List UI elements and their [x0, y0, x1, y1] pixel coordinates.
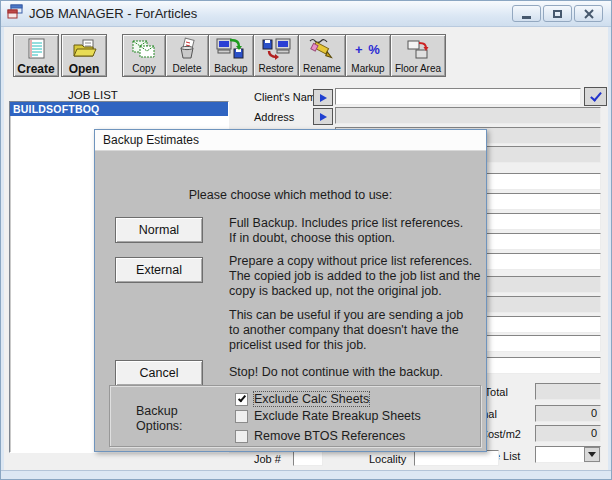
markup-button[interactable]: + % Markup [345, 34, 391, 77]
clients-name-label: Client's Name [254, 91, 322, 103]
checkbox-label: Exclude Rate Breakup Sheets [254, 409, 421, 423]
maximize-icon [553, 10, 562, 18]
backup-button[interactable]: Backup [208, 34, 254, 77]
backup-icon [209, 35, 253, 63]
checkbox-label: Remove BTOS References [254, 429, 405, 443]
copy-icon [123, 35, 165, 63]
restore-button[interactable]: Restore [253, 34, 299, 77]
locality-input[interactable] [414, 450, 499, 466]
cancel-button[interactable]: Cancel [115, 360, 203, 386]
confirm-button[interactable] [584, 87, 607, 106]
toolbar-button-label: Delete [173, 63, 202, 75]
window-left-border [1, 27, 4, 479]
backup-estimates-dialog: Backup Estimates Please choose which met… [94, 129, 487, 452]
exclude-calc-sheets-checkbox[interactable]: Exclude Calc Sheets [235, 392, 369, 406]
job-no-label: Job # [254, 453, 281, 465]
checkbox-icon[interactable] [235, 393, 248, 406]
normal-description: Full Backup. Includes price list referen… [229, 216, 481, 246]
dialog-titlebar: Backup Estimates [95, 130, 486, 151]
toolbar-button-label: Rename [303, 63, 341, 75]
external-description: Prepare a copy without price list refere… [229, 254, 481, 299]
rename-icon [299, 35, 345, 63]
chevron-down-icon [588, 452, 596, 457]
arrow-right-icon [320, 113, 327, 121]
delete-button[interactable]: Delete [165, 34, 209, 77]
app-icon [7, 4, 23, 23]
minimize-button[interactable] [512, 5, 541, 22]
address-input [335, 107, 601, 124]
window-right-border [608, 27, 611, 479]
check-icon [590, 89, 602, 101]
address-arrow-button[interactable] [313, 108, 333, 125]
job-total-field [535, 383, 601, 400]
list-item[interactable]: BUILDSOFTBOQ [10, 102, 228, 116]
create-button[interactable]: Create [13, 34, 59, 77]
toolbar-button-label: Backup [214, 63, 247, 75]
dialog-prompt: Please choose which method to use: [95, 188, 486, 202]
backup-options-group: Backup Options: Exclude Calc Sheets Excl… [109, 385, 481, 447]
toolbar-button-label: Copy [132, 63, 155, 75]
backup-options-label: Backup Options: [136, 404, 183, 434]
external-note: This can be useful if you are sending a … [229, 308, 481, 353]
exclude-rate-breakup-sheets-checkbox[interactable]: Exclude Rate Breakup Sheets [235, 409, 421, 423]
window-bottom-border [1, 470, 611, 479]
floor-area-button[interactable]: Floor Area [390, 34, 446, 77]
normal-button[interactable]: Normal [115, 217, 203, 243]
job-no-input[interactable] [293, 450, 323, 466]
checkbox-icon[interactable] [235, 430, 248, 443]
job-list-header: JOB LIST [68, 89, 118, 101]
toolbar-button-label: Restore [258, 63, 293, 75]
job-manager-window: JOB MANAGER - ForArticles Cre [0, 0, 612, 480]
window-title: JOB MANAGER - ForArticles [29, 6, 197, 21]
delete-icon [166, 35, 208, 63]
rename-button[interactable]: Rename [298, 34, 346, 77]
toolbar-button-label: Open [69, 63, 100, 75]
close-icon [584, 9, 594, 19]
external-button[interactable]: External [115, 257, 203, 283]
final-field: 0 [535, 405, 601, 422]
toolbar-button-label: Markup [351, 63, 384, 75]
dialog-title: Backup Estimates [103, 133, 199, 147]
floor-area-icon [391, 35, 445, 63]
remove-btos-references-checkbox[interactable]: Remove BTOS References [235, 429, 405, 443]
locality-label: Locality [369, 453, 406, 465]
open-icon [62, 35, 106, 63]
close-button[interactable] [574, 5, 603, 22]
copy-button[interactable]: Copy [122, 34, 166, 77]
cost-m2-field: 0 [535, 425, 601, 442]
maximize-button[interactable] [543, 5, 572, 22]
titlebar: JOB MANAGER - ForArticles [1, 1, 611, 27]
toolbar-button-label: Create [17, 63, 54, 75]
minimize-icon [522, 16, 531, 19]
price-list-dropdown-button[interactable] [584, 447, 600, 462]
clients-name-input[interactable] [335, 88, 581, 105]
open-button[interactable]: Open [61, 34, 107, 77]
checkbox-label: Exclude Calc Sheets [254, 392, 369, 406]
arrow-right-icon [320, 94, 327, 102]
checkbox-icon[interactable] [235, 410, 248, 423]
clients-name-arrow-button[interactable] [313, 89, 333, 106]
cancel-description: Stop! Do not continue with the backup. [229, 365, 481, 380]
address-label: Address [254, 111, 294, 123]
restore-icon [254, 35, 298, 63]
create-icon [14, 35, 58, 63]
toolbar-button-label: Floor Area [395, 63, 441, 75]
markup-icon: + % [355, 42, 381, 57]
